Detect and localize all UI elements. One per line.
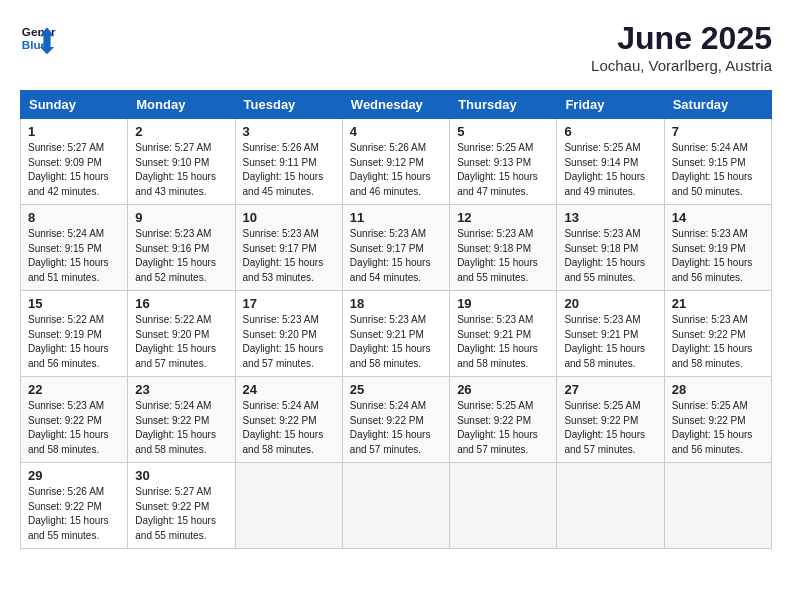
day-number: 1: [28, 124, 120, 139]
day-info: Sunrise: 5:23 AMSunset: 9:22 PMDaylight:…: [28, 399, 120, 457]
day-number: 24: [243, 382, 335, 397]
calendar-cell: 26 Sunrise: 5:25 AMSunset: 9:22 PMDaylig…: [450, 377, 557, 463]
weekday-header-sunday: Sunday: [21, 91, 128, 119]
day-number: 16: [135, 296, 227, 311]
weekday-header-wednesday: Wednesday: [342, 91, 449, 119]
day-info: Sunrise: 5:22 AMSunset: 9:19 PMDaylight:…: [28, 313, 120, 371]
day-number: 13: [564, 210, 656, 225]
location: Lochau, Vorarlberg, Austria: [591, 57, 772, 74]
calendar-cell: 20 Sunrise: 5:23 AMSunset: 9:21 PMDaylig…: [557, 291, 664, 377]
svg-text:General: General: [22, 25, 56, 38]
calendar-cell: 5 Sunrise: 5:25 AMSunset: 9:13 PMDayligh…: [450, 119, 557, 205]
calendar-cell: [557, 463, 664, 549]
calendar-cell: 8 Sunrise: 5:24 AMSunset: 9:15 PMDayligh…: [21, 205, 128, 291]
day-info: Sunrise: 5:23 AMSunset: 9:18 PMDaylight:…: [564, 227, 656, 285]
day-number: 18: [350, 296, 442, 311]
weekday-header-tuesday: Tuesday: [235, 91, 342, 119]
day-info: Sunrise: 5:22 AMSunset: 9:20 PMDaylight:…: [135, 313, 227, 371]
weekday-header-friday: Friday: [557, 91, 664, 119]
weekday-header-row: SundayMondayTuesdayWednesdayThursdayFrid…: [21, 91, 772, 119]
calendar-cell: 16 Sunrise: 5:22 AMSunset: 9:20 PMDaylig…: [128, 291, 235, 377]
day-number: 22: [28, 382, 120, 397]
day-info: Sunrise: 5:26 AMSunset: 9:12 PMDaylight:…: [350, 141, 442, 199]
day-info: Sunrise: 5:27 AMSunset: 9:10 PMDaylight:…: [135, 141, 227, 199]
day-number: 12: [457, 210, 549, 225]
day-number: 7: [672, 124, 764, 139]
day-info: Sunrise: 5:23 AMSunset: 9:17 PMDaylight:…: [350, 227, 442, 285]
day-number: 4: [350, 124, 442, 139]
day-info: Sunrise: 5:23 AMSunset: 9:18 PMDaylight:…: [457, 227, 549, 285]
day-number: 8: [28, 210, 120, 225]
day-info: Sunrise: 5:25 AMSunset: 9:22 PMDaylight:…: [564, 399, 656, 457]
day-info: Sunrise: 5:24 AMSunset: 9:15 PMDaylight:…: [672, 141, 764, 199]
logo: General Blue: [20, 20, 56, 56]
day-number: 2: [135, 124, 227, 139]
calendar-cell: 2 Sunrise: 5:27 AMSunset: 9:10 PMDayligh…: [128, 119, 235, 205]
calendar: SundayMondayTuesdayWednesdayThursdayFrid…: [20, 90, 772, 549]
calendar-cell: 29 Sunrise: 5:26 AMSunset: 9:22 PMDaylig…: [21, 463, 128, 549]
calendar-cell: [342, 463, 449, 549]
day-number: 11: [350, 210, 442, 225]
day-info: Sunrise: 5:27 AMSunset: 9:09 PMDaylight:…: [28, 141, 120, 199]
calendar-cell: 1 Sunrise: 5:27 AMSunset: 9:09 PMDayligh…: [21, 119, 128, 205]
title-block: June 2025 Lochau, Vorarlberg, Austria: [591, 20, 772, 74]
day-info: Sunrise: 5:23 AMSunset: 9:19 PMDaylight:…: [672, 227, 764, 285]
day-number: 29: [28, 468, 120, 483]
day-info: Sunrise: 5:24 AMSunset: 9:22 PMDaylight:…: [135, 399, 227, 457]
calendar-cell: 17 Sunrise: 5:23 AMSunset: 9:20 PMDaylig…: [235, 291, 342, 377]
day-info: Sunrise: 5:24 AMSunset: 9:22 PMDaylight:…: [350, 399, 442, 457]
weekday-header-monday: Monday: [128, 91, 235, 119]
calendar-cell: 23 Sunrise: 5:24 AMSunset: 9:22 PMDaylig…: [128, 377, 235, 463]
calendar-cell: [235, 463, 342, 549]
day-info: Sunrise: 5:23 AMSunset: 9:21 PMDaylight:…: [350, 313, 442, 371]
calendar-cell: 18 Sunrise: 5:23 AMSunset: 9:21 PMDaylig…: [342, 291, 449, 377]
day-info: Sunrise: 5:26 AMSunset: 9:22 PMDaylight:…: [28, 485, 120, 543]
calendar-cell: [664, 463, 771, 549]
calendar-cell: 7 Sunrise: 5:24 AMSunset: 9:15 PMDayligh…: [664, 119, 771, 205]
weekday-header-saturday: Saturday: [664, 91, 771, 119]
calendar-cell: 4 Sunrise: 5:26 AMSunset: 9:12 PMDayligh…: [342, 119, 449, 205]
day-number: 30: [135, 468, 227, 483]
day-number: 17: [243, 296, 335, 311]
month-title: June 2025: [591, 20, 772, 57]
calendar-cell: 30 Sunrise: 5:27 AMSunset: 9:22 PMDaylig…: [128, 463, 235, 549]
calendar-cell: 27 Sunrise: 5:25 AMSunset: 9:22 PMDaylig…: [557, 377, 664, 463]
page-header: General Blue June 2025 Lochau, Vorarlber…: [20, 20, 772, 74]
calendar-cell: 21 Sunrise: 5:23 AMSunset: 9:22 PMDaylig…: [664, 291, 771, 377]
calendar-cell: 11 Sunrise: 5:23 AMSunset: 9:17 PMDaylig…: [342, 205, 449, 291]
calendar-cell: 19 Sunrise: 5:23 AMSunset: 9:21 PMDaylig…: [450, 291, 557, 377]
day-info: Sunrise: 5:23 AMSunset: 9:16 PMDaylight:…: [135, 227, 227, 285]
calendar-cell: 25 Sunrise: 5:24 AMSunset: 9:22 PMDaylig…: [342, 377, 449, 463]
calendar-cell: 14 Sunrise: 5:23 AMSunset: 9:19 PMDaylig…: [664, 205, 771, 291]
calendar-cell: 28 Sunrise: 5:25 AMSunset: 9:22 PMDaylig…: [664, 377, 771, 463]
calendar-cell: 15 Sunrise: 5:22 AMSunset: 9:19 PMDaylig…: [21, 291, 128, 377]
day-info: Sunrise: 5:26 AMSunset: 9:11 PMDaylight:…: [243, 141, 335, 199]
logo-icon: General Blue: [20, 20, 56, 56]
calendar-cell: 9 Sunrise: 5:23 AMSunset: 9:16 PMDayligh…: [128, 205, 235, 291]
day-number: 6: [564, 124, 656, 139]
day-info: Sunrise: 5:23 AMSunset: 9:17 PMDaylight:…: [243, 227, 335, 285]
weekday-header-thursday: Thursday: [450, 91, 557, 119]
day-number: 26: [457, 382, 549, 397]
day-number: 27: [564, 382, 656, 397]
day-info: Sunrise: 5:23 AMSunset: 9:21 PMDaylight:…: [564, 313, 656, 371]
day-number: 20: [564, 296, 656, 311]
day-info: Sunrise: 5:27 AMSunset: 9:22 PMDaylight:…: [135, 485, 227, 543]
day-number: 25: [350, 382, 442, 397]
day-info: Sunrise: 5:24 AMSunset: 9:15 PMDaylight:…: [28, 227, 120, 285]
day-number: 9: [135, 210, 227, 225]
day-info: Sunrise: 5:23 AMSunset: 9:22 PMDaylight:…: [672, 313, 764, 371]
day-number: 5: [457, 124, 549, 139]
day-info: Sunrise: 5:24 AMSunset: 9:22 PMDaylight:…: [243, 399, 335, 457]
day-number: 14: [672, 210, 764, 225]
day-number: 15: [28, 296, 120, 311]
day-info: Sunrise: 5:23 AMSunset: 9:20 PMDaylight:…: [243, 313, 335, 371]
calendar-cell: 6 Sunrise: 5:25 AMSunset: 9:14 PMDayligh…: [557, 119, 664, 205]
day-number: 19: [457, 296, 549, 311]
day-info: Sunrise: 5:25 AMSunset: 9:13 PMDaylight:…: [457, 141, 549, 199]
day-info: Sunrise: 5:25 AMSunset: 9:22 PMDaylight:…: [672, 399, 764, 457]
calendar-cell: 12 Sunrise: 5:23 AMSunset: 9:18 PMDaylig…: [450, 205, 557, 291]
day-number: 23: [135, 382, 227, 397]
calendar-cell: 13 Sunrise: 5:23 AMSunset: 9:18 PMDaylig…: [557, 205, 664, 291]
day-number: 3: [243, 124, 335, 139]
